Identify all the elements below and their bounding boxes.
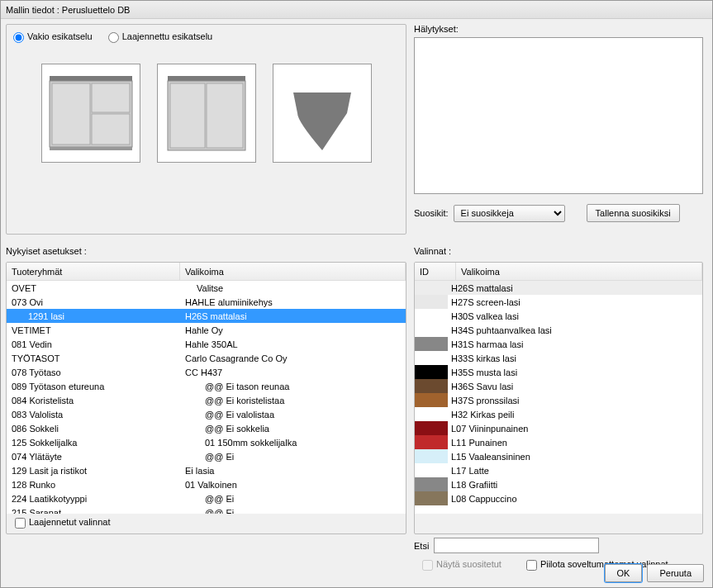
cancel-button[interactable]: Peruuta xyxy=(647,564,704,582)
table-row[interactable]: 224 Laatikkotyyppi@@ Ei xyxy=(7,491,406,505)
settings-header-groups[interactable]: Tuoteryhmät xyxy=(7,263,180,280)
settings-cell-group: 1291 lasi xyxy=(7,311,180,321)
settings-cell-range: Valitse xyxy=(180,283,406,293)
svg-rect-4 xyxy=(92,114,130,145)
color-swatch xyxy=(415,379,448,393)
settings-grid: Tuoteryhmät Valikoima OVETValitse073 Ovi… xyxy=(6,262,406,534)
show-favorites-check: Näytä suositetut xyxy=(422,559,501,571)
titlebar[interactable]: Mallin tiedot : Perusluettelo DB xyxy=(1,1,712,19)
color-swatch xyxy=(415,309,448,323)
table-row[interactable]: 073 OviHAHLE alumiinikehys xyxy=(7,295,406,309)
color-swatch xyxy=(415,281,448,295)
preview-thumb-1[interactable] xyxy=(41,64,140,163)
list-item[interactable]: L17 Latte xyxy=(415,463,702,477)
table-row[interactable]: VETIMETHahle Oy xyxy=(7,323,406,337)
alerts-panel: Hälytykset: Suosikit: Ei suosikkeja Tall… xyxy=(414,24,703,222)
favorites-select[interactable]: Ei suosikkeja xyxy=(454,205,565,222)
preview-thumb-2[interactable] xyxy=(157,64,256,163)
color-swatch xyxy=(415,477,448,491)
settings-cell-group: OVET xyxy=(7,283,180,293)
color-swatch xyxy=(415,449,448,463)
table-row[interactable]: 129 Lasit ja ristikotEi lasia xyxy=(7,463,406,477)
list-item[interactable]: L11 Punainen xyxy=(415,435,702,449)
radio-standard-preview[interactable]: Vakio esikatselu xyxy=(13,31,93,41)
options-grid-header: ID Valikoima xyxy=(415,263,702,281)
option-label: H32 Kirkas peili xyxy=(448,410,514,420)
settings-cell-range: @@ Ei koristelistaa xyxy=(180,396,406,405)
settings-cell-group: 074 Ylätäyte xyxy=(7,452,180,462)
search-input[interactable] xyxy=(434,538,599,553)
radio-extended-label: Laajennettu esikatselu xyxy=(122,31,212,41)
settings-header-range[interactable]: Valikoima xyxy=(180,263,406,280)
option-label: H33S kirkas lasi xyxy=(448,353,516,363)
options-label: Valinnat : xyxy=(414,246,451,256)
settings-cell-range: 01 150mm sokkelijalka xyxy=(180,438,406,448)
settings-cell-range: Hahle 350AL xyxy=(180,339,406,349)
list-item[interactable]: H31S harmaa lasi xyxy=(415,337,702,351)
list-item[interactable]: H35S musta lasi xyxy=(415,365,702,379)
table-row[interactable]: 128 Runko01 Valkoinen xyxy=(7,477,406,491)
option-label: H37S pronssilasi xyxy=(448,396,520,405)
table-row[interactable]: 125 Sokkelijalka01 150mm sokkelijalka xyxy=(7,435,406,449)
options-header-range[interactable]: Valikoima xyxy=(456,263,702,280)
extended-options-label: Laajennetut valinnat xyxy=(29,517,110,527)
list-item[interactable]: L18 Grafiitti xyxy=(415,477,702,491)
option-label: L11 Punainen xyxy=(448,438,507,448)
svg-rect-9 xyxy=(207,83,243,148)
options-scroll[interactable]: H26S mattalasiH27S screen-lasiH30S valke… xyxy=(415,281,702,514)
list-item[interactable]: H26S mattalasi xyxy=(415,281,702,295)
list-item[interactable]: H30S valkea lasi xyxy=(415,309,702,323)
color-swatch xyxy=(415,421,448,435)
list-item[interactable]: L07 Viininpunainen xyxy=(415,421,702,435)
table-row[interactable]: 084 Koristelista@@ Ei koristelistaa xyxy=(7,393,406,407)
settings-cell-group: 081 Vedin xyxy=(7,339,180,349)
table-row[interactable]: TYÖTASOTCarlo Casagrande Co Oy xyxy=(7,351,406,365)
ok-button[interactable]: OK xyxy=(605,564,643,582)
settings-cell-group: 073 Ovi xyxy=(7,297,180,307)
settings-cell-group: TYÖTASOT xyxy=(7,353,180,363)
shield-icon xyxy=(285,76,359,150)
option-label: H36S Savu lasi xyxy=(448,382,513,391)
cabinet-icon xyxy=(161,72,252,154)
list-item[interactable]: H36S Savu lasi xyxy=(415,379,702,393)
list-item[interactable]: H33S kirkas lasi xyxy=(415,351,702,365)
table-row[interactable]: 081 VedinHahle 350AL xyxy=(7,337,406,351)
table-row[interactable]: 215 Saranat@@ Ei xyxy=(7,505,406,514)
color-swatch xyxy=(415,491,448,505)
settings-cell-range: Ei lasia xyxy=(180,466,406,476)
list-item[interactable]: H34S puhtaanvalkea lasi xyxy=(415,323,702,337)
save-favorite-button[interactable]: Tallenna suosikiksi xyxy=(587,204,680,222)
search-label: Etsi xyxy=(414,541,429,551)
table-row[interactable]: 1291 lasiH26S mattalasi xyxy=(7,309,406,323)
option-label: H35S musta lasi xyxy=(448,368,517,377)
option-label: H31S harmaa lasi xyxy=(448,339,523,349)
table-row[interactable]: OVETValitse xyxy=(7,281,406,295)
preview-thumb-3[interactable] xyxy=(273,64,372,163)
settings-cell-range: @@ Ei tason reunaa xyxy=(180,382,406,391)
list-item[interactable]: H32 Kirkas peili xyxy=(415,407,702,421)
settings-cell-range: CC H437 xyxy=(180,368,406,377)
color-swatch xyxy=(415,295,448,309)
color-swatch xyxy=(415,351,448,365)
settings-scroll[interactable]: OVETValitse073 OviHAHLE alumiinikehys129… xyxy=(7,281,406,514)
options-grid: ID Valikoima H26S mattalasiH27S screen-l… xyxy=(414,262,703,534)
list-item[interactable]: H37S pronssilasi xyxy=(415,393,702,407)
radio-extended-preview[interactable]: Laajennettu esikatselu xyxy=(108,31,212,41)
table-row[interactable]: 074 Ylätäyte@@ Ei xyxy=(7,449,406,463)
color-swatch xyxy=(415,323,448,337)
settings-cell-group: 089 Työtason etureuna xyxy=(7,382,180,391)
extended-options-check[interactable]: Laajennetut valinnat xyxy=(15,517,110,529)
table-row[interactable]: 083 Valolista@@ Ei valolistaa xyxy=(7,407,406,421)
table-row[interactable]: 089 Työtason etureuna@@ Ei tason reunaa xyxy=(7,379,406,393)
list-item[interactable]: H27S screen-lasi xyxy=(415,295,702,309)
show-favorites-label: Näytä suositetut xyxy=(436,559,501,569)
alerts-textbox[interactable] xyxy=(414,37,703,194)
list-item[interactable]: L08 Cappuccino xyxy=(415,491,702,505)
table-row[interactable]: 078 TyötasoCC H437 xyxy=(7,365,406,379)
table-row[interactable]: 086 Sokkeli@@ Ei sokkelia xyxy=(7,421,406,435)
settings-cell-group: 129 Lasit ja ristikot xyxy=(7,466,180,476)
options-header-id[interactable]: ID xyxy=(415,263,456,280)
option-label: L17 Latte xyxy=(448,466,489,476)
list-item[interactable]: L15 Vaaleansininen xyxy=(415,449,702,463)
option-label: L15 Vaaleansininen xyxy=(448,452,530,462)
